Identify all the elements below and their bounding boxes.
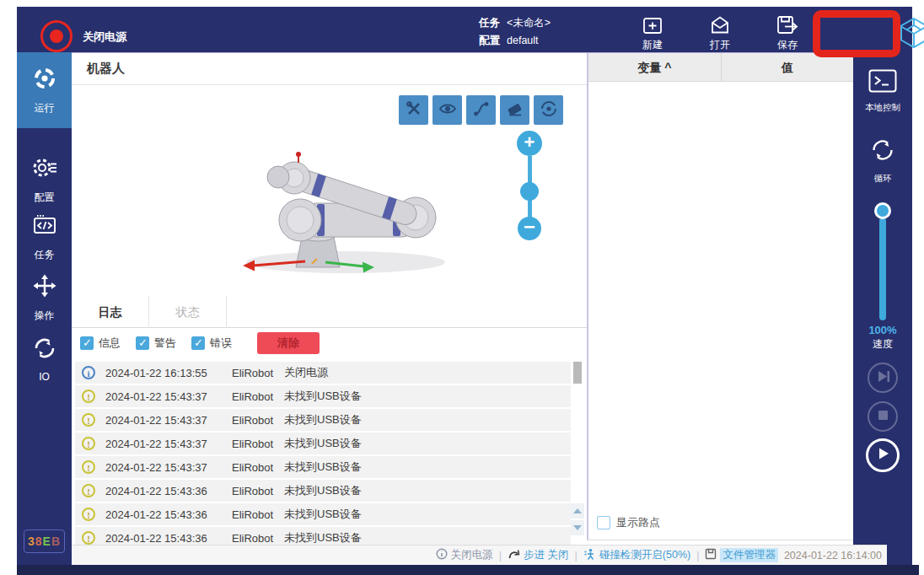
speed-slider-knob[interactable]: [874, 202, 891, 219]
log-time: 2024-01-22 15:43:36: [105, 485, 232, 497]
log-time: 2024-01-22 15:43:36: [105, 508, 232, 521]
log-level-icon: !: [82, 531, 95, 545]
log-source: EliRobot: [232, 532, 284, 545]
tools-icon: [405, 99, 423, 121]
log-row[interactable]: ! 2024-01-22 15:43:37 EliRobot 未找到USB设备: [75, 409, 571, 431]
local-control-button[interactable]: 本地控制: [853, 69, 912, 114]
sidebar-item-config[interactable]: 配置: [17, 155, 72, 205]
variable-column-header[interactable]: 变量 ^: [588, 53, 721, 81]
scroll-down-button[interactable]: [571, 520, 584, 535]
step-mode-status[interactable]: 步进 关闭: [508, 548, 568, 562]
log-message: 未找到USB设备: [284, 459, 571, 475]
speed-slider-track[interactable]: [879, 218, 886, 320]
speed-slider[interactable]: [853, 202, 912, 320]
eraser-icon: [506, 99, 524, 121]
filter-warning-checkbox[interactable]: [136, 336, 149, 350]
left-sidebar: 运行 配置 任务: [17, 52, 72, 565]
save-task-label: 保存: [777, 38, 798, 52]
clear-log-button[interactable]: 清除: [257, 332, 320, 354]
log-row[interactable]: ! 2024-01-22 15:43:36 EliRobot 未找到USB设备: [75, 480, 571, 502]
filter-info-label: 信息: [99, 336, 121, 351]
step-button[interactable]: [868, 363, 898, 393]
sidebar-item-label: 运行: [35, 101, 55, 116]
info-icon: [436, 548, 448, 562]
speed-label: 速度: [853, 337, 912, 352]
log-source: EliRobot: [232, 367, 284, 379]
log-row[interactable]: ! 2024-01-22 15:43:37 EliRobot 未找到USB设备: [75, 433, 571, 454]
power-button[interactable]: [40, 20, 73, 52]
zoom-out-button[interactable]: −: [518, 217, 541, 240]
sidebar-item-label: 任务: [35, 248, 55, 262]
reset-view-button[interactable]: [534, 95, 563, 125]
loop-icon: [869, 137, 896, 167]
zoom-control: + −: [517, 131, 542, 249]
log-row[interactable]: ! 2024-01-22 15:43:36 EliRobot 未找到USB设备: [75, 527, 571, 545]
run-icon: [32, 66, 57, 94]
log-filter-row: 信息 警告 错误 清除: [72, 331, 587, 355]
sidebar-item-io[interactable]: IO: [17, 336, 72, 383]
log-scrollbar-thumb[interactable]: [573, 362, 582, 384]
new-task-label: 新建: [642, 38, 663, 52]
log-source: EliRobot: [232, 438, 284, 450]
eraser-button[interactable]: [500, 95, 529, 125]
open-task-button[interactable]: 打开: [698, 14, 742, 52]
separator: |: [575, 550, 578, 562]
sidebar-item-operate[interactable]: 操作: [17, 273, 72, 323]
log-tabs: 日志 状态: [72, 296, 587, 328]
log-source: EliRobot: [232, 485, 284, 497]
log-row[interactable]: ! 2024-01-22 15:43:36 EliRobot 未找到USB设备: [75, 503, 571, 525]
log-message: 未找到USB设备: [284, 412, 571, 427]
log-level-icon: i: [82, 366, 95, 379]
local-control-label: 本地控制: [865, 102, 900, 114]
log-level-icon: !: [82, 460, 95, 474]
config-value: default: [507, 35, 539, 46]
log-row[interactable]: ! 2024-01-22 15:43:37 EliRobot 未找到USB设备: [75, 456, 571, 478]
sidebar-item-label: IO: [39, 371, 50, 383]
chevron-up-icon: [573, 508, 582, 513]
variables-header: 变量 ^ 值: [588, 53, 853, 82]
filter-info-checkbox[interactable]: [80, 336, 94, 350]
file-manager-icon: [705, 548, 717, 562]
scroll-up-button[interactable]: [571, 503, 584, 519]
task-config-block: 任务<未命名> 配置default: [479, 16, 551, 51]
save-icon: [776, 14, 799, 36]
filter-warning-label: 警告: [154, 336, 176, 351]
reset-view-icon: [540, 99, 558, 121]
chevron-down-icon: [573, 525, 582, 530]
log-message: 未找到USB设备: [284, 483, 571, 498]
terminal-icon: [868, 69, 897, 96]
new-task-button[interactable]: 新建: [631, 14, 674, 52]
collision-detect-status[interactable]: 碰撞检测开启(50%): [583, 548, 690, 563]
robot-panel-title: 机器人: [72, 53, 587, 85]
sidebar-item-task[interactable]: 任务: [17, 212, 72, 262]
show-waypoints-row: 显示路点: [597, 515, 660, 530]
zoom-slider-knob[interactable]: [520, 182, 539, 201]
filter-error-checkbox[interactable]: [191, 336, 205, 350]
separator: |: [696, 550, 699, 562]
separator: |: [499, 550, 502, 562]
eye-icon: [438, 99, 457, 121]
log-source: EliRobot: [232, 508, 284, 521]
save-task-button[interactable]: 保存: [766, 14, 809, 52]
robot-3d-viewport[interactable]: + −: [72, 85, 587, 294]
tab-status[interactable]: 状态: [149, 296, 227, 328]
zoom-in-button[interactable]: +: [517, 131, 542, 156]
log-time: 2024-01-22 15:43:37: [105, 461, 232, 474]
loop-button[interactable]: 循环: [853, 137, 912, 185]
hex-status-code: 38EB: [24, 529, 65, 553]
log-message: 关闭电源: [284, 365, 571, 380]
stop-button[interactable]: [868, 401, 898, 432]
collision-icon: [583, 548, 596, 563]
log-time: 2024-01-22 15:43:37: [105, 414, 232, 427]
show-waypoints-checkbox[interactable]: [597, 516, 610, 529]
task-value: <未命名>: [507, 17, 551, 29]
corner-block: [887, 545, 912, 565]
step-arrow-icon: [508, 548, 520, 562]
log-row[interactable]: ! 2024-01-22 15:43:37 EliRobot 未找到USB设备: [75, 385, 571, 407]
stop-icon: [875, 407, 891, 427]
play-button[interactable]: [866, 438, 900, 472]
sidebar-item-run[interactable]: 运行: [17, 52, 72, 128]
tab-log[interactable]: 日志: [72, 296, 149, 328]
file-manager-button[interactable]: 文件管理器: [705, 548, 778, 562]
log-row[interactable]: i 2024-01-22 16:13:55 EliRobot 关闭电源: [75, 362, 571, 384]
